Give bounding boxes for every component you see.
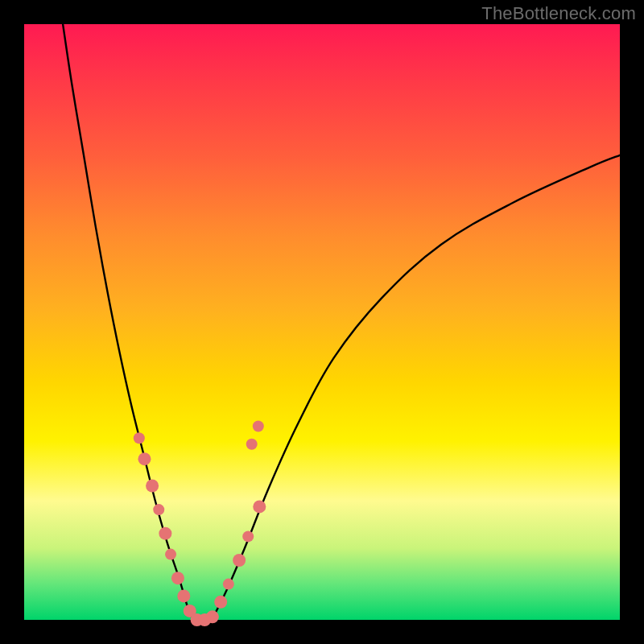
watermark-text: TheBottleneck.com bbox=[481, 3, 636, 24]
data-marker bbox=[223, 579, 234, 590]
data-marker bbox=[153, 504, 164, 515]
plot-svg bbox=[24, 24, 620, 620]
plot-area bbox=[24, 24, 620, 620]
data-marker bbox=[233, 554, 246, 567]
data-marker bbox=[214, 596, 227, 609]
bottleneck-curve bbox=[63, 24, 620, 622]
data-marker bbox=[177, 589, 190, 602]
data-marker bbox=[134, 432, 145, 444]
data-marker bbox=[159, 527, 171, 540]
data-markers bbox=[134, 421, 266, 627]
data-marker bbox=[138, 452, 151, 465]
data-marker bbox=[146, 480, 159, 493]
data-marker bbox=[242, 530, 254, 542]
data-marker bbox=[253, 421, 264, 432]
data-marker bbox=[253, 500, 266, 513]
chart-frame: TheBottleneck.com bbox=[0, 0, 644, 644]
data-marker bbox=[171, 572, 184, 584]
data-marker bbox=[206, 610, 219, 623]
data-marker bbox=[165, 549, 176, 560]
data-marker bbox=[246, 439, 258, 450]
